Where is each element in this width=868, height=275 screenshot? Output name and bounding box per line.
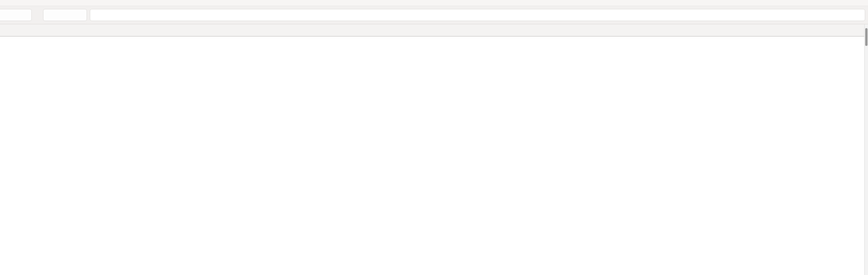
- scrollbar-thumb[interactable]: [865, 28, 868, 46]
- name-box-value: [0, 12, 2, 18]
- fx-button-group: [43, 9, 87, 21]
- formula-input[interactable]: [90, 9, 865, 21]
- sheet-grid: [0, 37, 868, 275]
- excel-window: [0, 0, 868, 275]
- name-box[interactable]: [0, 9, 32, 21]
- formula-bar: [0, 6, 868, 24]
- column-header-row: [0, 24, 868, 37]
- ribbon-strip: [0, 0, 868, 6]
- vertical-scrollbar[interactable]: [864, 24, 868, 275]
